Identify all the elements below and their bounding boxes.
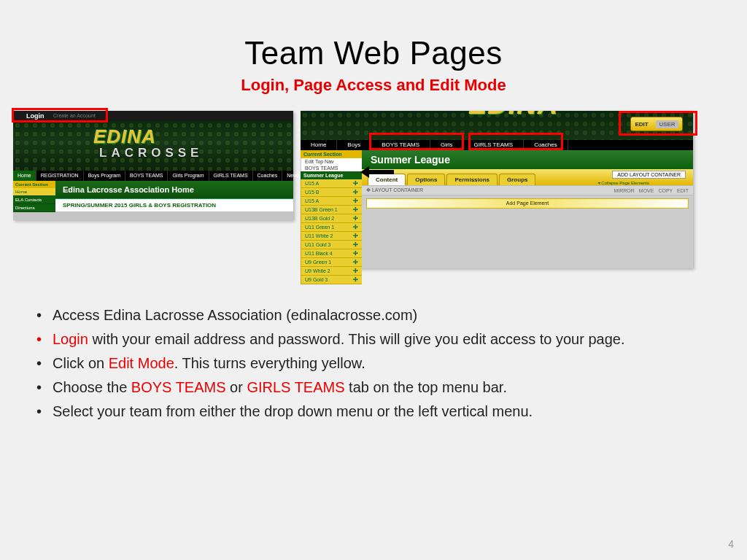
nav-girls-teams[interactable]: GIRLS TEAMS <box>209 171 253 181</box>
sidebar-header: Current Section <box>301 150 362 158</box>
left-main: Edina Lacrosse Association Home SPRING/S… <box>55 181 293 211</box>
sidebar-item-contacts[interactable]: ELA Contacts <box>13 196 55 204</box>
lc-copy[interactable]: COPY <box>658 188 673 193</box>
logo-line1: EDINA <box>468 111 558 120</box>
right-main: Summer League Content Options Permission… <box>362 150 693 268</box>
tab-content[interactable]: Content <box>368 174 406 185</box>
nav-boys-program[interactable]: Boys Program <box>84 171 125 181</box>
sidebar-item-home[interactable]: Home <box>13 188 55 196</box>
sidebar-item-directions[interactable]: Directions <box>13 204 55 212</box>
edit-top-nav[interactable]: Edit Top Nav <box>301 158 362 165</box>
right-sidebar: Current Section Edit Top Nav BOYS TEAMS … <box>301 150 362 268</box>
user-mode-label: USER <box>656 120 678 128</box>
sidebar-item[interactable]: U15 B✢ <box>301 188 362 197</box>
sidebar-item[interactable]: U9 Green 1✢ <box>301 258 362 267</box>
edit-mode-toggle[interactable]: EDIT USER <box>630 117 683 131</box>
screenshot-left: Login Create an Account EDINA LACROSSE H… <box>13 111 293 220</box>
nav-boys[interactable]: Boys <box>337 140 371 150</box>
sidebar-item[interactable]: U9 Gold 3✢ <box>301 276 362 284</box>
sidebar-item[interactable]: U13B Green 1✢ <box>301 206 362 214</box>
sidebar-item[interactable]: U11 Green 1✢ <box>301 223 362 232</box>
sidebar-header: Current Section <box>13 181 55 188</box>
bullet-2: Login with your email address and passwo… <box>34 329 706 350</box>
tab-groups[interactable]: Groups <box>499 174 535 185</box>
add-layout-container-button[interactable]: ADD LAYOUT CONTAINER <box>612 171 686 179</box>
login-link[interactable]: Login <box>26 111 44 121</box>
nav-registration[interactable]: REGISTRATION <box>36 171 84 181</box>
sidebar-item[interactable]: U11 White 2✢ <box>301 232 362 241</box>
collapse-elements-link[interactable]: ▾ Collapse Page Elements <box>598 180 649 185</box>
registration-headline: SPRING/SUMMER 2015 GIRLS & BOYS REGISTRA… <box>55 199 293 211</box>
bullet-3: Click on Edit Mode. This turns everythin… <box>34 353 706 374</box>
lc-edit[interactable]: EDIT <box>677 188 689 193</box>
tab-permissions[interactable]: Permissions <box>446 174 498 185</box>
layout-container-bar: ✥ LAYOUT CONTAINER MIRROR MOVE COPY EDIT <box>362 185 693 195</box>
main-nav: Home Boys BOYS TEAMS Girls GIRLS TEAMS C… <box>301 140 693 150</box>
bullet-5: Select your team from either the drop do… <box>34 401 706 422</box>
site-banner: EDINA EDIT USER <box>301 111 693 140</box>
section-label: Summer League <box>301 171 362 179</box>
lc-move[interactable]: MOVE <box>639 188 654 193</box>
screenshot-right: EDINA EDIT USER Home Boys BOYS TEAMS Gir… <box>301 111 693 268</box>
bullet-1: Access Edina Lacrosse Association (edina… <box>34 305 706 326</box>
nav-coaches[interactable]: Coaches <box>253 171 283 181</box>
slide-subtitle: Login, Page Access and Edit Mode <box>0 76 747 95</box>
tab-options[interactable]: Options <box>407 174 445 185</box>
nav-girls-teams[interactable]: GIRLS TEAMS <box>463 140 524 150</box>
nav-home[interactable]: Home <box>301 140 337 150</box>
sidebar-item[interactable]: U11 Black 4✢ <box>301 249 362 258</box>
add-page-element-button[interactable]: Add Page Element <box>366 198 689 209</box>
logo-line2: LACROSSE <box>99 146 203 160</box>
instructions-list: Access Edina Lacrosse Association (edina… <box>34 305 706 425</box>
nav-girls-program[interactable]: Girls Program <box>168 171 209 181</box>
sidebar-item[interactable]: U15 A✢ <box>301 197 362 206</box>
sidebar-item[interactable]: U13B Gold 2✢ <box>301 214 362 223</box>
sidebar-item[interactable]: U15 A✢ <box>301 179 362 188</box>
site-banner: EDINA LACROSSE <box>13 121 293 171</box>
tab-row: Content Options Permissions Groups ADD L… <box>362 169 693 185</box>
nav-boys-teams[interactable]: BOYS TEAMS <box>371 140 430 150</box>
nav-home[interactable]: Home <box>13 171 36 181</box>
sidebar-item[interactable]: U11 Gold 3✢ <box>301 241 362 249</box>
create-account-link[interactable]: Create an Account <box>53 111 96 121</box>
slide-title: Team Web Pages <box>0 35 747 71</box>
main-nav: Home REGISTRATION Boys Program BOYS TEAM… <box>13 171 293 181</box>
page-number: 4 <box>728 538 734 550</box>
page-heading: Edina Lacrosse Association Home <box>55 181 293 199</box>
summer-league-heading: Summer League <box>362 150 693 169</box>
sidebar-item[interactable]: U9 White 2✢ <box>301 267 362 276</box>
lc-mirror[interactable]: MIRROR <box>614 188 634 193</box>
left-sidebar: Current Section Home ELA Contacts Direct… <box>13 181 55 212</box>
nav-girls[interactable]: Girls <box>430 140 463 150</box>
topbar: Login Create an Account <box>13 111 293 121</box>
layout-container-label: ✥ LAYOUT CONTAINER <box>366 187 423 193</box>
edit-label: EDIT <box>635 121 648 128</box>
bullet-4: Choose the BOYS TEAMS or GIRLS TEAMS tab… <box>34 377 706 398</box>
nav-boys-teams[interactable]: BOYS TEAMS <box>125 171 168 181</box>
logo-line1: EDINA <box>93 125 156 148</box>
nav-coaches[interactable]: Coaches <box>524 140 568 150</box>
boys-teams-caption[interactable]: BOYS TEAMS <box>301 165 362 171</box>
